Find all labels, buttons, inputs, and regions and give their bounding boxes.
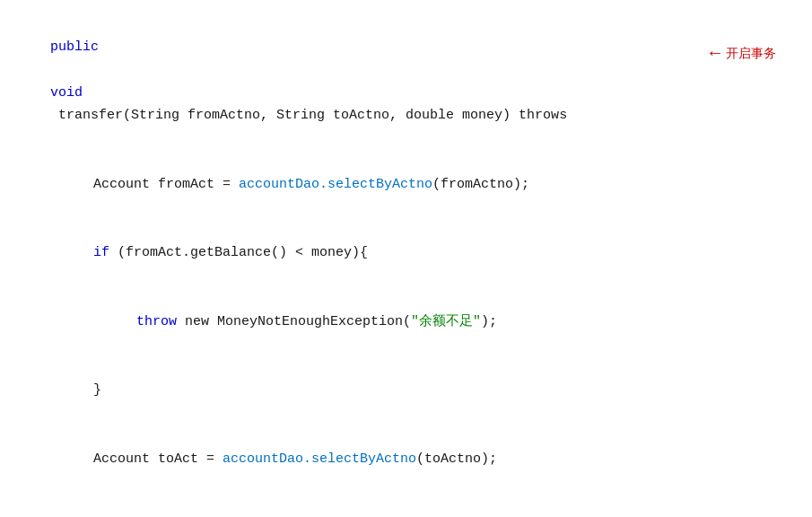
brace-1: } xyxy=(93,382,101,398)
code-line-setbalance1: fromAct.setBalance(fromAct.getBalance() … xyxy=(18,494,794,518)
str-yuabuzu: "余额不足" xyxy=(411,314,481,329)
sig-params: (String fromActno, String toActno, doubl… xyxy=(123,108,567,123)
code-line-signature: public void transfer(String fromActno, S… xyxy=(18,13,794,150)
code-block: ← 开启事务 public void transfer(String fromA… xyxy=(18,9,794,517)
if1-rest: (fromAct.getBalance() < money){ xyxy=(109,245,368,260)
rest-fromact: (fromActno); xyxy=(432,177,529,192)
space1 xyxy=(50,62,58,77)
rest-toact: (toActno); xyxy=(416,451,497,467)
code-line-throw1: throw new MoneyNotEnoughException("余额不足"… xyxy=(18,287,794,356)
space2 xyxy=(50,108,58,123)
code-line-brace1: } xyxy=(18,356,794,425)
kw-void: void xyxy=(50,85,83,101)
kw-throw1: throw xyxy=(136,314,177,329)
code-line-if1: if (fromAct.getBalance() < money){ xyxy=(18,219,794,288)
code-line-fromact: Account fromAct = accountDao.selectByAct… xyxy=(18,150,794,219)
method-selectfrom: accountDao.selectByActno xyxy=(239,177,432,192)
kw-public: public xyxy=(50,39,99,55)
method-selectto: accountDao.selectByActno xyxy=(223,451,416,467)
account-fromact: Account fromAct = xyxy=(93,177,239,192)
method-name: transfer xyxy=(58,108,123,123)
account-toact: Account toAct = xyxy=(93,451,223,467)
throw1-rest: new MoneyNotEnoughException( xyxy=(177,314,411,329)
kw-if1: if xyxy=(93,245,109,260)
code-line-toact: Account toAct = accountDao.selectByActno… xyxy=(18,425,794,494)
throw1-end: ); xyxy=(481,314,497,329)
